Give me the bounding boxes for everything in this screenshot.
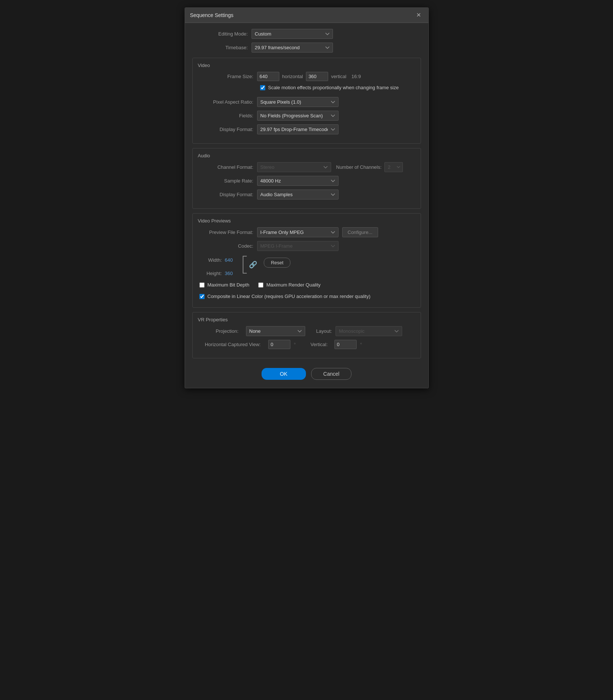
preview-file-format-row: Preview File Format: I-Frame Only MPEG C… bbox=[198, 227, 415, 237]
timebase-select[interactable]: 29.97 frames/second bbox=[252, 43, 333, 53]
num-channels-select[interactable]: 2 bbox=[384, 162, 403, 172]
horizontal-degree-symbol: ° bbox=[294, 342, 296, 347]
width-label: Width: bbox=[202, 257, 222, 263]
video-display-format-select[interactable]: 29.97 fps Drop-Frame Timecode bbox=[257, 124, 339, 134]
channel-format-label: Channel Format: bbox=[198, 164, 257, 170]
codec-label: Codec: bbox=[198, 243, 257, 249]
vertical-vr-label: Vertical: bbox=[310, 342, 327, 347]
composite-linear-row: Composite in Linear Color (requires GPU … bbox=[198, 294, 415, 299]
dimensions-row: Width: 640 Height: 360 🔗 Reset bbox=[198, 255, 415, 278]
audio-display-format-label: Display Format: bbox=[198, 192, 257, 197]
frame-size-inputs: horizontal vertical 16:9 bbox=[257, 72, 361, 81]
projection-row: Projection: None Layout: Monoscopic bbox=[198, 326, 415, 336]
bit-depth-row: Maximum Bit Depth Maximum Render Quality bbox=[198, 282, 415, 291]
frame-height-input[interactable] bbox=[306, 72, 328, 81]
fields-row: Fields: No Fields (Progressive Scan) bbox=[198, 111, 415, 121]
link-bracket: 🔗 bbox=[240, 255, 257, 274]
max-bit-depth-checkbox[interactable] bbox=[199, 282, 205, 288]
pixel-aspect-ratio-label: Pixel Aspect Ratio: bbox=[198, 99, 257, 105]
horizontal-captured-label: Horizontal Captured View: bbox=[198, 342, 265, 347]
vr-section-title: VR Properties bbox=[198, 317, 415, 322]
timebase-label: Timebase: bbox=[192, 45, 252, 50]
timebase-row: Timebase: 29.97 frames/second bbox=[192, 43, 421, 53]
title-bar: Sequence Settings ✕ bbox=[185, 8, 428, 23]
sample-rate-row: Sample Rate: 48000 Hz bbox=[198, 176, 415, 186]
channel-format-select[interactable]: Stereo bbox=[257, 162, 331, 172]
width-value[interactable]: 640 bbox=[225, 257, 233, 263]
video-display-format-row: Display Format: 29.97 fps Drop-Frame Tim… bbox=[198, 124, 415, 134]
pixel-aspect-ratio-row: Pixel Aspect Ratio: Square Pixels (1.0) bbox=[198, 97, 415, 107]
max-render-quality-checkbox[interactable] bbox=[258, 282, 263, 288]
vertical-label: vertical bbox=[331, 74, 346, 79]
video-section: Video Frame Size: horizontal vertical 16… bbox=[192, 58, 421, 144]
layout-label: Layout: bbox=[316, 328, 332, 334]
max-render-quality-label: Maximum Render Quality bbox=[266, 282, 321, 288]
scale-motion-checkbox-row: Scale motion effects proportionally when… bbox=[260, 85, 399, 90]
preview-file-format-select[interactable]: I-Frame Only MPEG bbox=[257, 227, 339, 237]
horizontal-captured-input[interactable] bbox=[268, 340, 290, 349]
editing-mode-row: Editing Mode: Custom bbox=[192, 29, 421, 39]
dialog-title: Sequence Settings bbox=[190, 12, 234, 18]
sample-rate-select[interactable]: 48000 Hz bbox=[257, 176, 339, 186]
horizontal-label: horizontal bbox=[282, 74, 303, 79]
height-value[interactable]: 360 bbox=[225, 271, 233, 276]
captured-view-row: Horizontal Captured View: ° Vertical: ° bbox=[198, 340, 415, 349]
scale-motion-checkbox[interactable] bbox=[260, 85, 265, 90]
height-label: Height: bbox=[202, 271, 222, 276]
scale-motion-row: Scale motion effects proportionally when… bbox=[198, 85, 415, 93]
audio-section: Audio Channel Format: Stereo Number of C… bbox=[192, 148, 421, 209]
projection-label: Projection: bbox=[198, 328, 242, 334]
num-channels-group: Number of Channels: 2 bbox=[336, 162, 403, 172]
audio-display-format-row: Display Format: Audio Samples bbox=[198, 190, 415, 200]
aspect-ratio: 16:9 bbox=[351, 74, 361, 79]
vertical-vr-input[interactable] bbox=[334, 340, 357, 349]
video-section-title: Video bbox=[198, 63, 415, 68]
frame-size-label: Frame Size: bbox=[198, 74, 257, 79]
num-channels-label: Number of Channels: bbox=[336, 164, 382, 170]
codec-select[interactable]: MPEG I-Frame bbox=[257, 241, 339, 251]
projection-select[interactable]: None bbox=[246, 326, 305, 336]
codec-row: Codec: MPEG I-Frame bbox=[198, 241, 415, 251]
editing-mode-label: Editing Mode: bbox=[192, 31, 252, 37]
height-row: Height: 360 bbox=[202, 268, 233, 278]
max-bit-depth-row: Maximum Bit Depth bbox=[199, 282, 249, 288]
layout-group: Layout: Monoscopic bbox=[316, 326, 403, 336]
composite-linear-label: Composite in Linear Color (requires GPU … bbox=[208, 294, 371, 299]
close-button[interactable]: ✕ bbox=[414, 11, 423, 19]
width-row: Width: 640 bbox=[202, 255, 233, 265]
fields-select[interactable]: No Fields (Progressive Scan) bbox=[257, 111, 339, 121]
scale-motion-label: Scale motion effects proportionally when… bbox=[268, 85, 399, 90]
max-render-quality-row: Maximum Render Quality bbox=[258, 282, 321, 288]
video-display-format-label: Display Format: bbox=[198, 127, 257, 132]
reset-button[interactable]: Reset bbox=[264, 258, 290, 268]
frame-width-input[interactable] bbox=[257, 72, 279, 81]
audio-section-title: Audio bbox=[198, 153, 415, 158]
preview-file-format-label: Preview File Format: bbox=[198, 230, 257, 235]
vertical-degree-symbol: ° bbox=[360, 342, 362, 347]
editing-mode-select[interactable]: Custom bbox=[252, 29, 333, 39]
sequence-settings-dialog: Sequence Settings ✕ Editing Mode: Custom… bbox=[185, 7, 429, 388]
channel-format-row: Channel Format: Stereo Number of Channel… bbox=[198, 162, 415, 172]
sample-rate-label: Sample Rate: bbox=[198, 178, 257, 184]
fields-label: Fields: bbox=[198, 113, 257, 118]
video-previews-section: Video Previews Preview File Format: I-Fr… bbox=[192, 213, 421, 308]
top-form: Editing Mode: Custom Timebase: 29.97 fra… bbox=[192, 29, 421, 53]
layout-select[interactable]: Monoscopic bbox=[336, 326, 402, 336]
cancel-button[interactable]: Cancel bbox=[311, 368, 352, 380]
ok-button[interactable]: OK bbox=[262, 368, 306, 380]
video-previews-title: Video Previews bbox=[198, 218, 415, 224]
bracket-icon bbox=[240, 255, 247, 274]
vr-properties-section: VR Properties Projection: None Layout: M… bbox=[192, 312, 421, 358]
configure-button[interactable]: Configure... bbox=[342, 227, 378, 237]
audio-display-format-select[interactable]: Audio Samples bbox=[257, 190, 339, 200]
frame-size-row: Frame Size: horizontal vertical 16:9 bbox=[198, 72, 415, 81]
max-bit-depth-label: Maximum Bit Depth bbox=[208, 282, 249, 288]
footer-buttons: OK Cancel bbox=[192, 363, 421, 382]
dialog-body: Editing Mode: Custom Timebase: 29.97 fra… bbox=[185, 23, 428, 388]
composite-linear-checkbox[interactable] bbox=[199, 294, 205, 299]
pixel-aspect-ratio-select[interactable]: Square Pixels (1.0) bbox=[257, 97, 339, 107]
link-chain-icon[interactable]: 🔗 bbox=[249, 261, 257, 269]
